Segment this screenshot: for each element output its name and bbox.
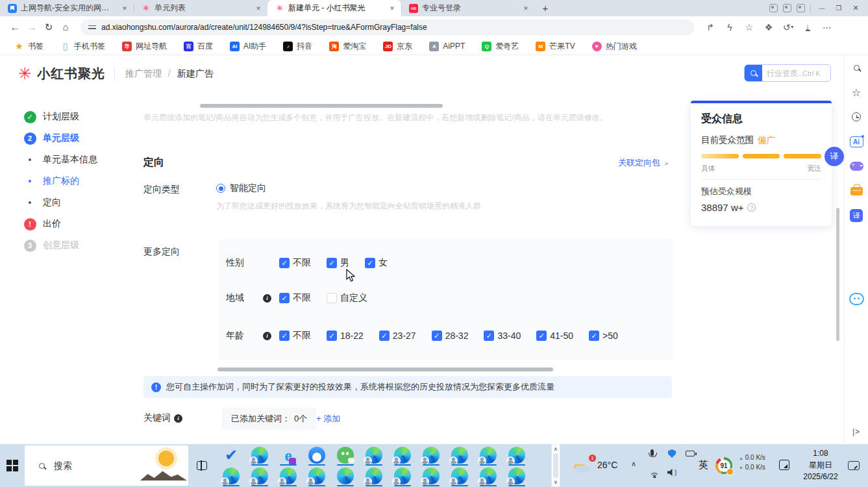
taskbar-app-button[interactable] [388, 466, 417, 486]
notification-center-icon[interactable] [848, 461, 860, 470]
home-button[interactable]: ⌂ [57, 19, 74, 36]
sidebar-step[interactable]: 计划层级 [23, 110, 97, 123]
expand-toolbar-button[interactable]: |> [852, 427, 860, 436]
checkbox-option[interactable]: 33-40 [484, 331, 521, 341]
input-language-indicator[interactable]: 英 [699, 459, 708, 471]
bookmark-item[interactable]: ★ 书签 [14, 41, 43, 52]
header-search-input[interactable] [762, 69, 802, 78]
smart-targeting-radio[interactable]: 智能定向 [216, 182, 266, 194]
checked-checkbox-icon[interactable] [279, 293, 290, 303]
taskbar-app-button[interactable] [445, 445, 474, 465]
maximize-button[interactable] [833, 5, 845, 12]
scroll-up-icon[interactable]: ∧ [554, 446, 558, 452]
taskbar-search[interactable] [25, 445, 188, 486]
tab-close-icon[interactable] [253, 3, 264, 14]
unchecked-checkbox-icon[interactable] [327, 293, 337, 303]
weather-art[interactable] [136, 445, 188, 486]
checked-checkbox-icon[interactable] [327, 331, 337, 341]
checkbox-option[interactable]: 自定义 [327, 292, 367, 304]
bookmark-item[interactable]: ♥ 热门游戏 [592, 41, 637, 52]
minimize-button[interactable] [816, 5, 828, 12]
browser-tab[interactable]: 单元列表 [134, 0, 267, 16]
checked-checkbox-icon[interactable] [279, 258, 290, 268]
checkbox-option[interactable]: 不限 [279, 257, 311, 269]
checked-checkbox-icon[interactable] [589, 331, 599, 341]
checkbox-option[interactable]: 41-50 [536, 331, 573, 341]
screenshot-tray-icon[interactable] [779, 460, 789, 470]
checkbox-option[interactable]: >50 [589, 331, 618, 341]
taskbar-app-button[interactable] [274, 445, 303, 465]
sidebar-step[interactable]: 定向 [23, 196, 97, 209]
history-toolbar-button[interactable] [845, 105, 868, 129]
checkbox-option[interactable]: 不限 [279, 292, 311, 304]
checkbox-option[interactable]: 18-22 [327, 331, 364, 341]
bookmark-item[interactable]: 导 网址导航 [122, 41, 167, 52]
bookmark-item[interactable]: 百 百度 [184, 41, 213, 52]
hidden-icons-chevron[interactable]: ∧ [631, 460, 636, 468]
start-button[interactable] [6, 460, 18, 471]
weather-temp[interactable]: 26°C [597, 460, 617, 470]
info-icon[interactable] [263, 332, 271, 340]
taskbar-app-button[interactable] [417, 466, 445, 486]
add-keyword-button[interactable]: + 添加 [316, 413, 340, 425]
breadcrumb-parent[interactable]: 推广管理 [125, 68, 162, 79]
ai-chat-robot-button[interactable] [845, 228, 868, 253]
scroll-thumb[interactable] [553, 453, 558, 478]
taskbar-search-input[interactable] [54, 460, 112, 471]
star-icon[interactable]: ☆ [741, 19, 758, 36]
checkbox-option[interactable]: 不限 [279, 330, 311, 342]
taskbar-app-button[interactable] [331, 445, 360, 465]
ai-toolbar-button[interactable] [845, 129, 868, 154]
flash-icon[interactable]: ϟ [721, 19, 738, 36]
taskbar-app-button[interactable] [388, 445, 417, 465]
checked-checkbox-icon[interactable] [484, 331, 494, 341]
bookmark-item[interactable]: JD 京东 [383, 41, 412, 52]
new-tab-button[interactable]: + [538, 0, 553, 16]
tab-close-icon[interactable] [387, 3, 397, 14]
keywords-info-icon[interactable] [174, 414, 182, 423]
checked-checkbox-icon[interactable] [432, 331, 442, 341]
taskbar-app-button[interactable] [217, 466, 245, 486]
sidebar-panel-icon[interactable] [769, 4, 778, 12]
targeting-package-link[interactable]: 关联定向包 ＞ [618, 157, 670, 169]
bookmark-item[interactable]: Q 爱奇艺 [482, 41, 519, 52]
checked-checkbox-icon[interactable] [279, 331, 290, 341]
browser-tab[interactable]: 上网导航-安全实用的网址导航 [0, 0, 134, 16]
bookmark-item[interactable]: 淘 爱淘宝 [329, 41, 366, 52]
taskbar-app-button[interactable] [360, 466, 388, 486]
sidebar-step[interactable]: 单元基本信息 [23, 153, 97, 166]
taskbar-clock[interactable]: 1:08 星期日 2025/6/22 [797, 447, 844, 482]
scroll-down-icon[interactable]: ∨ [554, 479, 558, 485]
taskbar-app-button[interactable] [245, 445, 274, 465]
bookmark-item[interactable]: ♪ 抖音 [283, 41, 312, 52]
taskbar-app-button[interactable] [303, 445, 331, 465]
content-hscrollbar-bottom[interactable] [217, 368, 553, 371]
tools-toolbar-button[interactable] [845, 179, 868, 203]
checked-checkbox-icon[interactable] [379, 331, 390, 341]
question-icon[interactable] [747, 203, 756, 212]
header-search[interactable]: Ctrl K [744, 64, 831, 82]
radio-selected-icon[interactable] [216, 184, 225, 193]
tab-close-icon[interactable] [119, 3, 130, 14]
taskbar-app-button[interactable] [360, 445, 388, 465]
taskbar-app-button[interactable] [445, 466, 474, 486]
taskbar-app-button[interactable] [274, 466, 303, 486]
checkbox-option[interactable]: 男 [327, 257, 349, 269]
task-view-button[interactable] [197, 461, 207, 470]
floating-translate-button[interactable]: 译 [825, 147, 844, 166]
url-input[interactable] [101, 23, 686, 32]
search-toolbar-button[interactable] [845, 55, 868, 80]
page-vertical-scrollbar[interactable] [836, 208, 839, 341]
download-icon[interactable]: ↓ [799, 19, 816, 36]
browser-tab[interactable]: 专业号登录 [401, 0, 535, 16]
checkbox-option[interactable]: 28-32 [432, 331, 469, 341]
forward-button[interactable]: → [23, 19, 40, 36]
games-toolbar-button[interactable] [845, 154, 868, 179]
weather-tray-icon[interactable]: 1 [575, 457, 595, 473]
search-button[interactable] [745, 64, 762, 82]
tab-close-icon[interactable] [521, 3, 531, 14]
bookmark-item[interactable]: AI AI助手 [230, 41, 266, 52]
sidebar-step[interactable]: 推广标的 [23, 175, 97, 188]
bookmark-item[interactable]: A AiPPT [429, 42, 465, 51]
checked-checkbox-icon[interactable] [536, 331, 547, 341]
